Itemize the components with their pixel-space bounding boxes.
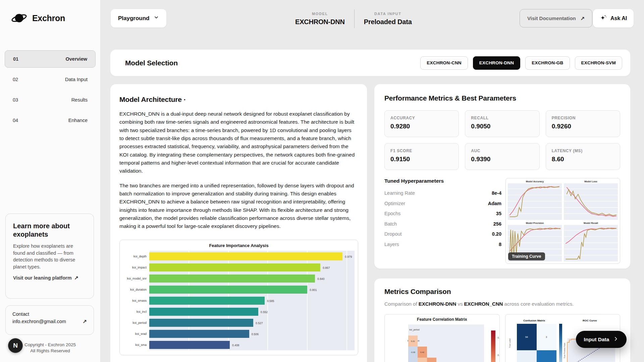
nav-item-number: 01 (13, 56, 18, 62)
metric-label: RECALL (471, 116, 533, 120)
bar-value-label: 0.801 (310, 288, 317, 292)
header-context: MODEL EXCHRON-DNN DATA INPUT Preloaded D… (286, 9, 421, 28)
metric-value: 0.9390 (471, 156, 533, 163)
model-architecture-card: Model Architecture · EXCHRON_DNN is a du… (110, 84, 367, 362)
svg-text:True Positive Rate: True Positive Rate (564, 343, 566, 359)
nav-item-label: Data Input (65, 77, 88, 82)
confusion-matrix-title: Confusion Matrix (508, 319, 560, 322)
contact-card[interactable]: Contact info.exchron@gmail.com ↗ (5, 305, 94, 335)
nav-item-label: Enhance (68, 118, 88, 123)
metric-value: 0.9260 (552, 123, 614, 130)
contact-email: info.exchron@gmail.com (12, 319, 66, 324)
learn-platform-link[interactable]: Visit our leaning platform ↗ (13, 275, 86, 281)
training-subplot-title: Model Accuracy (508, 180, 562, 183)
sidebar: Exchron 01Overview02Data Input03Results0… (0, 0, 101, 362)
bar (149, 263, 320, 272)
correlation-matrix-title: Feature Correlation Matrix (387, 317, 497, 322)
tuned-hyperparameters: Tuned Hyperparameters Learning Rate8e-4O… (384, 178, 501, 264)
model-selection-title: Model Selection (125, 59, 178, 67)
hyperparam-row: Layers8 (384, 239, 501, 250)
nav-item-number: 03 (13, 97, 18, 103)
chevron-right-icon (613, 336, 619, 343)
feature-importance-plot: koi_depth0.979koi_impact0.867koi_model_s… (149, 251, 355, 350)
bar (149, 297, 265, 305)
colorbar-tick: 0.8 (497, 337, 499, 339)
brand-logo: Exchron (10, 10, 65, 26)
correlation-cell: 0.43 (427, 358, 436, 362)
bar-row: koi_duration0.801 (149, 284, 355, 295)
hyperparam-label: Batch (384, 221, 397, 227)
training-subplot-title: Model Loss (564, 180, 618, 183)
training-subplot-title: Model Precision (508, 222, 562, 225)
metric-label: PRECISION (552, 116, 614, 120)
contact-title: Contact (12, 311, 87, 317)
confusion-cell: 76 (537, 350, 556, 362)
ask-ai-button[interactable]: Ask AI (593, 9, 634, 27)
model-button-exchron-cnn[interactable]: EXCHRON-CNN (420, 56, 468, 70)
bar-category-label: koi_period (121, 321, 147, 324)
training-curve-thumbnail[interactable]: Model AccuracyModel LossModel PrecisionM… (505, 178, 620, 264)
hyperparam-row: Epochs35 (384, 208, 501, 219)
brand-name: Exchron (32, 13, 65, 23)
model-button-exchron-svm[interactable]: EXCHRON-SVM (575, 56, 622, 70)
metric-tile-precision: PRECISION0.9260 (546, 110, 620, 137)
sidebar-item-enhance[interactable]: 04Enhance (5, 112, 96, 129)
performance-card: Performance Metrics & Best Parameters AC… (374, 84, 631, 269)
hyperparam-value: 256 (493, 221, 501, 227)
architecture-paragraph-1: EXCHRON_DNN is a dual-input deep neural … (119, 110, 356, 175)
metric-value: 8.60 (552, 156, 614, 163)
feature-importance-chart: Feature Importance Analysis koi_depth0.9… (119, 240, 358, 355)
subtitle-model-a: EXCHRON-DNN (419, 301, 457, 307)
metric-value: 0.9050 (471, 123, 533, 130)
playground-dropdown-label: Playground (118, 15, 150, 22)
arrow-up-right-icon: ↗ (581, 15, 585, 21)
data-input-context: DATA INPUT Preloaded Data (355, 12, 421, 26)
model-button-exchron-dnn[interactable]: EXCHRON-DNN (473, 56, 520, 70)
sidebar-item-results[interactable]: 03Results (5, 91, 96, 109)
sidebar-item-overview[interactable]: 01Overview (5, 50, 96, 68)
learn-card-title: Learn more about exoplanets (13, 222, 86, 239)
sidebar-item-data-input[interactable]: 02Data Input (5, 71, 96, 88)
training-subplot-model-accuracy: Model Accuracy (508, 180, 562, 220)
hyperparam-value: 8 (499, 242, 501, 247)
confusion-matrix-panel: Confusion Matrix 943876 True Label False… (508, 319, 560, 362)
correlation-cell: -0.09 (408, 347, 418, 358)
learn-platform-link-label: Visit our leaning platform (13, 275, 72, 281)
training-subplot-model-recall: Model Recall (564, 222, 618, 261)
correlation-cell: 0.28 (418, 358, 427, 362)
training-subplot-title: Model Recall (564, 222, 618, 225)
input-data-label: Input Data (584, 337, 609, 343)
confusion-ylabel: True Label (509, 339, 511, 348)
nextjs-dev-badge[interactable]: N (8, 338, 23, 353)
sparkles-icon (600, 14, 607, 23)
bar-row: koi_model_snr0.840 (149, 273, 355, 284)
bar-value-label: 0.527 (256, 321, 263, 325)
model-button-exchron-gb[interactable]: EXCHRON-GB (525, 56, 570, 70)
correlation-matrix-thumbnail[interactable]: Feature Correlation Matrix koi_periodkoi… (384, 314, 500, 362)
model-architecture-title: Model Architecture · (119, 96, 358, 104)
visit-documentation-button[interactable]: Visit Documentation ↗ (520, 9, 592, 27)
ask-ai-label: Ask AI (610, 15, 627, 21)
hyperparam-label: Layers (384, 242, 399, 247)
arrow-up-right-icon: ↗ (83, 318, 87, 324)
bar-value-label: 0.840 (317, 277, 324, 281)
data-input-label: DATA INPUT (374, 12, 401, 16)
bar-value-label: 0.408 (232, 344, 239, 347)
bar-category-label: koi_sma (121, 343, 147, 347)
data-input-value: Preloaded Data (364, 18, 412, 26)
bar (149, 275, 315, 283)
playground-dropdown[interactable]: Playground (111, 9, 166, 27)
model-label: MODEL (312, 12, 328, 16)
subtitle-mid: vs (456, 301, 464, 307)
hyperparam-label: Dropout (384, 231, 402, 237)
metric-label: F1 SCORE (390, 148, 453, 153)
hyperparam-value: 8e-4 (492, 190, 501, 196)
nav-item-label: Overview (66, 56, 88, 62)
bar-category-label: koi_smass (121, 299, 147, 302)
confusion-cell: 3 (537, 324, 556, 350)
bar-row: koi_srad0.506 (149, 328, 355, 339)
metric-label: AUC (471, 148, 533, 153)
bar (149, 319, 253, 327)
input-data-button[interactable]: Input Data (576, 331, 627, 348)
bar-category-label: koi_model_snr (121, 277, 147, 280)
